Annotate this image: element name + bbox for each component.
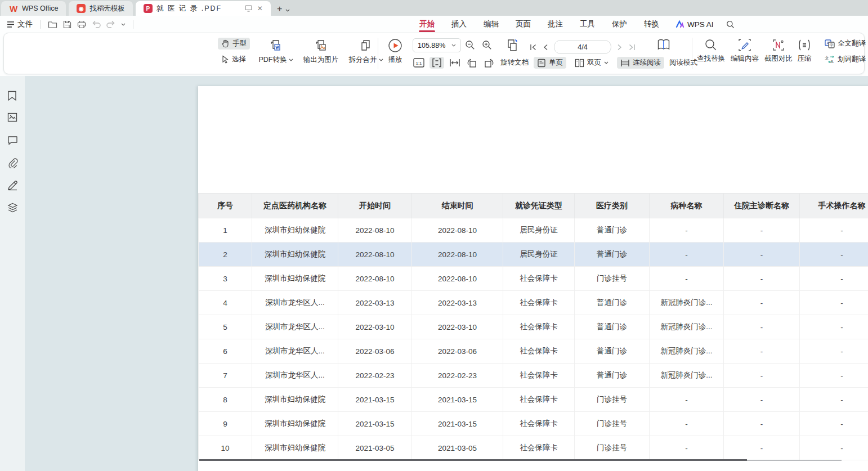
table-cell: 8 xyxy=(199,388,252,412)
edit-content-button[interactable]: 编辑内容 xyxy=(729,38,760,64)
undo-icon[interactable] xyxy=(92,20,101,28)
file-menu-button[interactable]: 文件 xyxy=(7,19,33,29)
single-page-button[interactable]: 单页 xyxy=(534,57,566,69)
table-cell: - xyxy=(650,436,724,460)
table-cell: 2022-03-13 xyxy=(412,291,503,315)
close-tab-icon[interactable]: ✕ xyxy=(257,5,263,12)
table-cell: 2022-08-10 xyxy=(338,243,412,267)
continuous-read-label: 连续阅读 xyxy=(633,58,661,68)
ribbon-tab-edit[interactable]: 编辑 xyxy=(475,16,507,33)
rotate-doc-label[interactable]: 旋转文档 xyxy=(500,58,529,68)
tab-medical-record-pdf[interactable]: P 就 医 记 录 .PDF ✕ xyxy=(136,1,271,16)
table-cell: - xyxy=(724,267,800,291)
zoom-in-icon[interactable] xyxy=(482,40,492,50)
find-replace-button[interactable]: 查找替换 xyxy=(695,38,727,64)
toolbar: 手型 选择 PDF转换 输出为图片 xyxy=(3,33,865,74)
ribbon-tab-page[interactable]: 页面 xyxy=(507,16,539,33)
table-header-cell: 住院主诊断名称 xyxy=(724,194,800,218)
table-row: 5深圳市龙华区人...2022-03-102022-03-10社会保障卡普通门诊… xyxy=(199,315,868,339)
word-translate-label: 划词翻译 xyxy=(838,55,866,64)
ribbon-tab-home[interactable]: 开始 xyxy=(411,16,443,33)
zoom-level-select[interactable]: 105.88% xyxy=(413,38,461,52)
table-cell: - xyxy=(800,436,868,460)
signature-pen-icon[interactable] xyxy=(7,180,18,191)
comment-panel-icon[interactable] xyxy=(7,136,18,145)
table-cell: 2022-02-23 xyxy=(338,364,412,388)
last-page-icon[interactable] xyxy=(628,43,636,51)
monitor-icon[interactable] xyxy=(245,5,252,12)
table-cell: 新冠肺炎门诊... xyxy=(650,364,724,388)
wps-ai-button[interactable]: WPS AI xyxy=(675,20,714,29)
word-translate-button[interactable]: 文 A 划词翻译 xyxy=(821,53,868,65)
table-cell: 深圳市龙华区人... xyxy=(252,364,338,388)
new-tab-button[interactable]: + xyxy=(277,5,282,14)
ribbon-tab-convert[interactable]: 转换 xyxy=(636,16,668,33)
tab-wps-office[interactable]: W WPS Office xyxy=(1,1,66,16)
table-header-cell: 病种名称 xyxy=(650,194,724,218)
table-cell: - xyxy=(800,218,868,243)
table-cell: 深圳市妇幼保健院 xyxy=(252,436,338,460)
table-cell: 社会保障卡 xyxy=(503,291,575,315)
open-folder-icon[interactable] xyxy=(48,20,57,29)
print-icon[interactable] xyxy=(77,20,86,29)
ribbon-tab-tools[interactable]: 工具 xyxy=(571,16,603,33)
pdf-convert-button[interactable]: PDF转换 xyxy=(255,38,297,65)
svg-text:字: 字 xyxy=(830,43,834,47)
rotate-left-icon[interactable] xyxy=(466,57,478,68)
ribbon-tab-comment[interactable]: 批注 xyxy=(539,16,571,33)
export-image-button[interactable]: 输出为图片 xyxy=(300,38,342,65)
table-cell: 3 xyxy=(199,267,252,291)
table-row: 6深圳市龙华区人...2022-03-062022-03-06社会保障卡普通门诊… xyxy=(199,339,868,364)
table-cell: 新冠肺炎门诊... xyxy=(650,315,724,339)
double-page-button[interactable]: 双页 xyxy=(571,57,612,69)
zoom-out-icon[interactable] xyxy=(465,40,475,50)
table-cell: 普通门诊 xyxy=(575,243,650,267)
attachment-icon[interactable] xyxy=(7,158,18,168)
compress-button[interactable]: 压缩 xyxy=(792,38,817,64)
layers-icon[interactable] xyxy=(7,203,18,213)
read-mode-book-icon[interactable] xyxy=(656,38,672,52)
fit-page-icon[interactable] xyxy=(429,57,444,69)
first-page-icon[interactable] xyxy=(530,43,537,51)
thumbnail-panel-icon[interactable] xyxy=(7,113,17,122)
hand-tool-button[interactable]: 手型 xyxy=(218,38,250,50)
read-mode-label[interactable]: 阅读模式 xyxy=(669,58,697,68)
next-page-icon[interactable] xyxy=(617,43,623,51)
screenshot-compare-button[interactable]: 截图对比 xyxy=(763,38,794,64)
page-indicator-input[interactable]: 4/4 xyxy=(554,40,611,54)
more-commands-chevron-icon[interactable] xyxy=(121,23,126,26)
continuous-read-button[interactable]: 连续阅读 xyxy=(617,57,664,69)
play-button[interactable]: 播放 xyxy=(382,38,408,65)
menu-bar: 文件 开始 插入 编辑 页面 批注 工具 保护 转换 xyxy=(0,16,868,33)
search-icon[interactable] xyxy=(726,20,735,29)
tab-docer-templates[interactable]: ◉ 找稻壳模板 xyxy=(69,1,133,16)
replace-pages-icon[interactable] xyxy=(505,38,520,53)
table-cell: 2022-08-10 xyxy=(412,243,503,267)
table-cell: - xyxy=(800,267,868,291)
pdf-convert-icon xyxy=(269,38,283,53)
full-translate-button[interactable]: A 字 全文翻译 xyxy=(821,38,868,50)
tab-list-chevron-icon[interactable] xyxy=(285,9,290,12)
table-cell: 10 xyxy=(199,436,252,460)
play-icon xyxy=(388,38,402,53)
divider xyxy=(378,38,378,69)
ribbon-tab-insert[interactable]: 插入 xyxy=(443,16,475,33)
divider xyxy=(133,20,133,29)
table-cell: 社会保障卡 xyxy=(503,315,575,339)
table-cell: - xyxy=(650,243,724,267)
zoom-level-value: 105.88% xyxy=(418,42,445,50)
chevron-down-icon xyxy=(451,44,456,47)
previous-page-icon[interactable] xyxy=(543,43,548,51)
bookmark-icon[interactable] xyxy=(7,91,17,101)
save-icon[interactable] xyxy=(63,20,71,29)
redo-icon[interactable] xyxy=(106,20,115,28)
ribbon-tab-protect[interactable]: 保护 xyxy=(603,16,636,33)
split-merge-button[interactable]: 拆分合并 xyxy=(345,38,387,65)
pdf-page: 序号定点医药机构名称开始时间结束时间就诊凭证类型医疗类别病种名称住院主诊断名称手… xyxy=(198,86,868,471)
table-cell: 门诊挂号 xyxy=(575,436,650,460)
rotate-right-icon[interactable] xyxy=(483,57,495,68)
select-tool-button[interactable]: 选择 xyxy=(218,53,250,65)
docer-logo-icon: ◉ xyxy=(77,4,86,13)
fit-width-icon[interactable] xyxy=(449,58,460,68)
actual-size-icon[interactable]: 1:1 xyxy=(413,58,424,68)
